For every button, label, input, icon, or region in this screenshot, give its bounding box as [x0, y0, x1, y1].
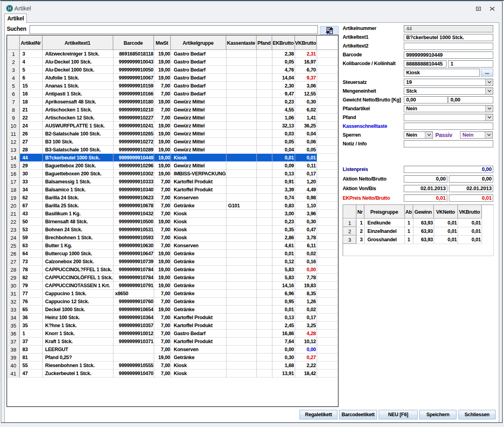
- svg-text:H: H: [8, 6, 11, 11]
